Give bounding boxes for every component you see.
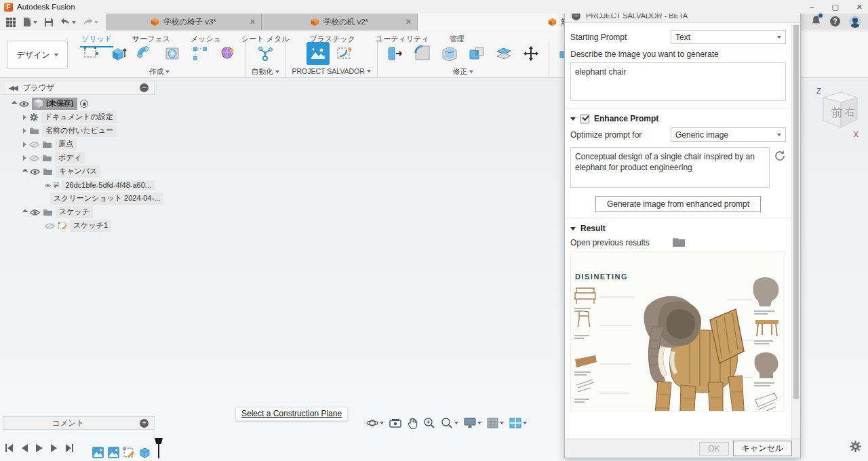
add-comment-icon[interactable]: + [140, 419, 149, 428]
create-sketch-button[interactable] [80, 42, 103, 65]
move-button[interactable] [519, 42, 542, 65]
open-previous-folder-icon[interactable] [672, 237, 686, 247]
notifications-bell-icon[interactable] [811, 15, 821, 28]
salvador-sketch-tool-button[interactable] [334, 42, 357, 65]
timeline-go-start-button[interactable] [4, 443, 14, 453]
salvador-image-tool-button[interactable] [307, 42, 330, 65]
timeline-step-forward-button[interactable] [50, 443, 58, 453]
optimize-select[interactable]: Generic image [671, 127, 786, 142]
timeline-play-button[interactable] [35, 443, 43, 453]
expander-closed-icon[interactable] [23, 128, 26, 134]
help-icon[interactable]: ? [830, 16, 840, 26]
save-button[interactable] [42, 18, 56, 27]
pattern-button[interactable] [189, 42, 212, 65]
workspace-selector[interactable]: デザイン [7, 41, 68, 69]
form-button[interactable] [216, 42, 239, 65]
tree-item-sketches[interactable]: スケッチ [3, 205, 155, 219]
tab-school-desk[interactable]: 学校の机 v2* ✕ [262, 14, 418, 31]
timeline-canvas-feature[interactable] [92, 447, 104, 458]
tree-root-document[interactable]: (未保存) [3, 97, 155, 111]
eye-visible-icon[interactable] [45, 182, 51, 189]
group-label-automate[interactable]: 自動化 [252, 67, 279, 77]
enhance-prompt-checkbox[interactable] [580, 115, 589, 123]
panel-scrollbar[interactable] [791, 23, 800, 439]
expander-open-icon[interactable] [22, 169, 28, 174]
view-cube[interactable]: 前 右 Z X [811, 81, 865, 142]
cancel-button[interactable]: キャンセル [733, 441, 792, 456]
fillet-button[interactable] [411, 42, 434, 65]
collapse-browser-icon[interactable]: ◀◀ [9, 84, 16, 92]
expander-open-icon[interactable] [12, 101, 17, 106]
close-button[interactable]: ✕ [856, 3, 863, 12]
offset-face-button[interactable] [492, 42, 515, 65]
look-at-button[interactable] [389, 418, 401, 428]
file-menu-button[interactable] [20, 17, 39, 27]
tree-item-canvases[interactable]: キャンバス [3, 165, 155, 178]
timeline-sketch-feature[interactable] [123, 447, 135, 458]
extrude-button[interactable] [107, 42, 130, 65]
combine-button[interactable] [465, 42, 488, 65]
group-label-salvador[interactable]: PROJECT SALVADOR [292, 67, 371, 75]
eye-visible-icon[interactable] [30, 168, 40, 176]
eye-visible-icon[interactable] [19, 100, 29, 108]
tree-item-bodies[interactable]: ボディ [3, 151, 155, 165]
timeline-canvas-feature[interactable] [108, 447, 119, 458]
prompt-textarea[interactable]: elephant chair [570, 62, 786, 101]
tree-item-document-settings[interactable]: ドキュメントの設定 [3, 111, 155, 124]
ok-button[interactable]: OK [699, 442, 728, 456]
root-document-pill[interactable]: (未保存) [32, 98, 77, 110]
settings-gear-icon[interactable] [850, 441, 861, 452]
expander-closed-icon[interactable] [23, 155, 26, 161]
shell-button[interactable] [438, 42, 461, 65]
tree-item-origin[interactable]: 原点 [3, 138, 155, 151]
viewports-button[interactable] [509, 418, 527, 428]
browser-minimize-icon[interactable]: – [140, 83, 149, 92]
result-header[interactable]: Result [570, 224, 786, 233]
press-pull-button[interactable] [384, 42, 407, 65]
viewcube-front-label[interactable]: 前 [831, 106, 843, 119]
eye-hidden-icon[interactable] [29, 155, 39, 162]
sweep-button[interactable] [134, 42, 157, 65]
regenerate-prompt-icon[interactable] [774, 150, 786, 162]
grid-snap-button[interactable] [487, 418, 504, 428]
minimize-button[interactable]: – [810, 3, 814, 11]
expander-closed-icon[interactable] [23, 142, 26, 147]
tab-close-icon[interactable]: ✕ [250, 18, 256, 26]
redo-button[interactable] [81, 18, 100, 26]
timeline-go-end-button[interactable] [65, 443, 75, 453]
tree-item-named-views[interactable]: 名前の付いたビュー [3, 124, 155, 138]
pan-button[interactable] [407, 418, 418, 429]
display-settings-button[interactable] [464, 418, 481, 428]
undo-button[interactable] [58, 18, 78, 26]
tree-item-canvas-image-1[interactable]: 26dc1bfe-5dfd-4f48-a60... [3, 178, 155, 192]
timeline-step-back-button[interactable] [20, 443, 28, 453]
viewcube-right-label[interactable]: 右 [844, 106, 855, 117]
tree-item-canvas-image-2[interactable]: スクリーンショット 2024-04-... [3, 192, 155, 205]
comment-bar[interactable]: コメント + [3, 416, 155, 430]
timeline-body-feature[interactable] [139, 447, 151, 458]
eye-hidden-icon[interactable] [29, 141, 39, 148]
orbit-button[interactable] [366, 417, 384, 429]
eye-hidden-icon[interactable] [45, 222, 55, 230]
tab-school-chair[interactable]: 学校の椅子 v3* ✕ [106, 14, 262, 31]
automate-button[interactable] [254, 42, 277, 65]
group-label-create[interactable]: 作成 [149, 67, 170, 77]
zoom-button[interactable] [423, 417, 435, 429]
starting-prompt-select[interactable]: Text [671, 30, 786, 44]
active-component-radio-icon[interactable] [80, 100, 88, 108]
zoom-window-button[interactable] [441, 417, 458, 429]
expander-open-icon[interactable] [22, 209, 28, 215]
tree-item-sketch1[interactable]: スケッチ1 [3, 219, 155, 233]
tab-close-icon[interactable]: ✕ [406, 18, 412, 26]
restore-button[interactable]: ▢ [831, 3, 838, 12]
generate-image-button[interactable]: Generate image from enhanced prompt [595, 196, 761, 212]
group-label-modify[interactable]: 修正 [453, 67, 473, 77]
collapse-triangle-icon[interactable] [570, 117, 576, 121]
hole-button[interactable] [161, 42, 184, 65]
enhanced-prompt-textarea[interactable]: Conceptual design of a single chair insp… [570, 147, 770, 188]
timeline-position-marker[interactable] [155, 438, 163, 458]
scrollbar-thumb[interactable] [793, 25, 799, 399]
result-image[interactable]: DISINETING [570, 252, 785, 412]
expander-closed-icon[interactable] [23, 115, 26, 120]
eye-visible-icon[interactable] [30, 209, 40, 216]
